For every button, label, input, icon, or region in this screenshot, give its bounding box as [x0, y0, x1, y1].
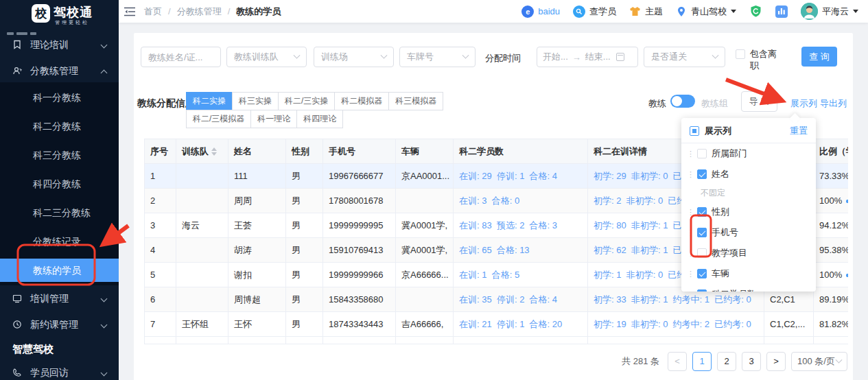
cell-phone: 15910769413	[323, 238, 396, 263]
breadcrumb-home[interactable]: 首页	[144, 5, 162, 18]
chevron-down-icon	[101, 370, 108, 377]
select-all-checkbox[interactable]	[690, 126, 699, 136]
sidebar-item-coach-management[interactable]: 分教练管理	[0, 62, 119, 80]
cell-subject2-counts[interactable]: 在训: 35 停训: 2 合格: 4	[454, 287, 588, 312]
drag-handle-icon[interactable]: ⋮	[687, 228, 692, 237]
menu-collapse-icon[interactable]	[124, 7, 135, 16]
cell-subject2-counts[interactable]: 在训: 29 停训: 1 合格: 4	[454, 164, 588, 189]
sort-icon[interactable]	[211, 147, 217, 156]
drag-handle-icon[interactable]: ⋮	[687, 208, 692, 217]
sidebar-item-booking-management[interactable]: 新约课管理	[0, 316, 119, 333]
breadcrumb: 首页 / 分教练管理 / 教练的学员	[124, 0, 281, 23]
prev-page-button[interactable]: <	[668, 352, 687, 371]
drag-handle-icon[interactable]: ⋮	[687, 150, 692, 158]
chevron-down-icon	[462, 51, 469, 58]
user-menu[interactable]: 平海云	[801, 3, 858, 20]
next-page-button[interactable]: >	[766, 352, 786, 371]
include-resigned-checkbox[interactable]: 包含离职	[736, 48, 782, 71]
tab-subject23-simulator[interactable]: 科二/三模拟器	[186, 110, 251, 128]
drag-handle-icon[interactable]: ⋮	[687, 290, 692, 292]
sidebar-item-student-followup[interactable]: 学员回访	[0, 364, 119, 380]
tab-subject3-simulator[interactable]: 科三模拟器	[388, 92, 443, 110]
assign-time-range[interactable]: 开始... → 结束...	[537, 47, 638, 67]
monitor-icon	[12, 294, 22, 303]
logo-tagline: 管理更轻松	[55, 19, 89, 26]
tab-subject23-practice[interactable]: 科二/三实操	[278, 92, 335, 110]
sidebar-item-training-management[interactable]: 培训管理	[0, 289, 119, 307]
drag-handle-icon[interactable]: ⋮	[687, 249, 692, 258]
cell-car: 吉A66666,	[396, 312, 454, 337]
coach-toggle[interactable]	[670, 95, 695, 108]
cell-subject2-counts[interactable]: 在训: 3 合格: 0	[454, 189, 588, 213]
cell-ratio: 89.19%	[814, 287, 849, 312]
checkbox-icon[interactable]	[697, 289, 707, 292]
tab-subject3-practice[interactable]: 科三实操	[232, 92, 279, 110]
column-option-department[interactable]: ⋮所属部门	[681, 143, 816, 164]
chart-icon[interactable]	[775, 5, 788, 18]
cell-subject2-counts[interactable]: 在训: 65 合格: 13	[454, 238, 588, 263]
breadcrumb-section[interactable]: 分教练管理	[177, 5, 222, 18]
cell-subject2-detail[interactable]: 初学: 19 非初学: 0 约考中: 2 已约考: 0	[588, 312, 764, 337]
school-switcher[interactable]: 青山驾校	[676, 5, 736, 18]
tab-subject1-theory[interactable]: 科一理论	[250, 110, 297, 128]
sidebar-item-theory-training[interactable]: 理论培训	[0, 36, 119, 54]
shield-icon[interactable]	[749, 5, 762, 18]
cell-team: 海云	[176, 213, 228, 238]
col-team[interactable]: 训练队	[176, 139, 228, 164]
cell-subject2-counts[interactable]: 在训: 21 停训: 1 合格: 20	[454, 312, 588, 337]
theme-link[interactable]: 主题	[629, 5, 663, 18]
cell-team	[176, 287, 228, 312]
checkbox-icon[interactable]	[697, 149, 707, 158]
sidebar-item-coach-records[interactable]: 分教练记录	[0, 233, 119, 250]
cell-phone: 18743343443	[323, 312, 396, 337]
search-button[interactable]: 查 询	[801, 47, 837, 67]
drag-handle-icon[interactable]: ⋮	[687, 170, 692, 179]
reset-link[interactable]: 重置	[790, 125, 808, 137]
caret-down-icon	[731, 10, 736, 13]
tab-subject4-theory[interactable]: 科四理论	[296, 110, 343, 128]
sidebar-item-subject4-coach[interactable]: 科四分教练	[0, 175, 119, 193]
page-button-2[interactable]: 2	[717, 352, 736, 371]
checkbox-icon[interactable]	[697, 269, 707, 278]
sidebar-item-subject2-coach[interactable]: 科二分教练	[0, 117, 119, 135]
cell-subject2-counts[interactable]: 在训: 83 预选: 2 合格: 3	[454, 213, 588, 238]
page-button-1[interactable]: 1	[692, 352, 712, 371]
sidebar-item-subject3-coach[interactable]: 科三分教练	[0, 146, 119, 164]
pass-status-select[interactable]: 是否通关	[644, 47, 725, 67]
export-columns-link[interactable]: 导出列	[820, 97, 847, 110]
training-field-select[interactable]: 训练场	[314, 47, 394, 67]
column-option-teach-items[interactable]: ⋮教学项目	[681, 243, 816, 263]
table-row-partial	[145, 337, 849, 344]
cell-sex: 男	[286, 312, 323, 337]
baidu-link[interactable]: e baidu	[521, 5, 560, 18]
search-student-link[interactable]: 查学员	[573, 5, 616, 18]
cell-team	[176, 238, 228, 263]
sidebar-item-subject23-coach[interactable]: 科二三分教练	[0, 204, 119, 222]
show-columns-link[interactable]: 展示列	[790, 97, 817, 110]
sidebar: 校 驾校通 管理更轻松 理论培训 分教练管理 科一分教练 科二分教练 科三分教练…	[0, 0, 119, 380]
breadcrumb-current: 教练的学员	[236, 5, 281, 18]
coach-name-input[interactable]	[141, 47, 221, 67]
cell-subject2-counts[interactable]: 在训: 1 合格: 5	[454, 263, 588, 287]
column-option-phone[interactable]: ⋮手机号	[681, 222, 816, 243]
sidebar-item-subject1-coach[interactable]: 科一分教练	[0, 88, 119, 106]
checkbox-icon[interactable]	[697, 207, 707, 217]
drag-handle-icon[interactable]: ⋮	[687, 270, 692, 278]
column-option-subject2-count[interactable]: ⋮科二学员数	[681, 284, 816, 292]
coach-team-select[interactable]: 教练训练队	[226, 47, 307, 67]
column-option-car[interactable]: ⋮车辆	[681, 263, 816, 284]
cell-teach-items: C1,C2,...	[764, 312, 814, 337]
checkbox-icon[interactable]	[697, 228, 707, 237]
page-button-3[interactable]: 3	[742, 352, 761, 371]
checkbox-icon[interactable]	[697, 169, 707, 179]
tab-subject2-simulator[interactable]: 科二模拟器	[334, 92, 389, 110]
page-size-select[interactable]: 100 条/页	[791, 352, 847, 371]
column-option-name[interactable]: ⋮姓名	[681, 164, 816, 185]
checkbox-icon[interactable]	[697, 248, 707, 258]
export-button[interactable]: 导 出	[741, 91, 777, 112]
column-option-sex[interactable]: ⋮性别	[681, 202, 816, 222]
sidebar-item-coach-students[interactable]: 教练的学员	[0, 259, 119, 282]
cell-index: 3	[145, 213, 176, 238]
plate-number-select[interactable]: 车牌号	[399, 47, 476, 67]
tab-subject2-practice[interactable]: 科二实操	[186, 92, 233, 110]
